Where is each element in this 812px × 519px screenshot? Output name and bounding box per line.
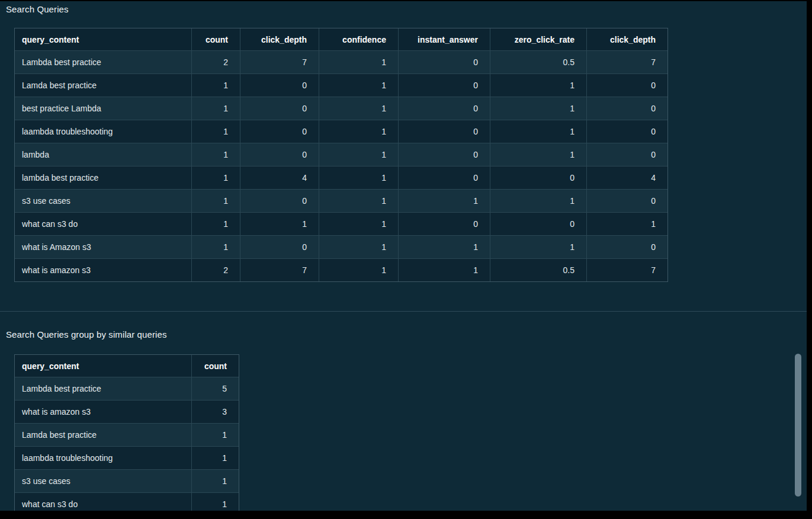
table-cell: 1	[192, 74, 240, 97]
table-cell: laambda troubleshooting	[15, 120, 192, 143]
column-header-click_depth[interactable]: click_depth	[587, 28, 668, 51]
column-header-click_depth[interactable]: click_depth	[240, 28, 319, 51]
table-cell: 1	[240, 213, 319, 236]
table-cell: 1	[192, 424, 239, 447]
table-cell: 1	[192, 120, 240, 143]
table-cell: 0	[240, 120, 319, 143]
table-cell: 1	[587, 213, 668, 236]
table-cell: 0	[399, 213, 490, 236]
table-row: lambda best practice141004	[15, 166, 668, 190]
column-header-zero_click_rate[interactable]: zero_click_rate	[490, 28, 587, 51]
vertical-scrollbar-thumb[interactable]	[795, 354, 801, 496]
table-row: what can s3 do111001	[15, 213, 668, 236]
table-cell: best practice Lambda	[15, 97, 192, 120]
table-cell: 0.5	[490, 51, 587, 74]
table-cell: 7	[587, 259, 668, 282]
table-cell: 0	[587, 120, 668, 143]
table-cell: 1	[399, 236, 490, 259]
table-cell: 0	[587, 143, 668, 166]
table-cell: 4	[240, 166, 319, 190]
table-cell: 3	[192, 401, 239, 424]
table-row: what is amazon s327110.57	[15, 259, 668, 282]
section-title-search-queries: Search Queries	[6, 4, 69, 14]
table-row: Lambda best practice27100.57	[15, 51, 668, 74]
column-header-count[interactable]: count	[192, 28, 240, 51]
section-divider	[0, 311, 812, 312]
table-row: laambda troubleshooting101010	[15, 120, 668, 143]
table-cell: 0	[399, 51, 490, 74]
table-cell: 0	[587, 190, 668, 213]
table-cell: 1	[490, 74, 587, 97]
table-cell: 1	[192, 97, 240, 120]
table-cell: 1	[192, 447, 239, 470]
table-cell: 0	[399, 166, 490, 190]
table-cell: lambda best practice	[15, 166, 192, 190]
table-row: what is amazon s33	[15, 401, 239, 424]
table-cell: 1	[319, 120, 399, 143]
table-cell: 0	[587, 74, 668, 97]
table-cell: 1	[192, 236, 240, 259]
table-cell: what is amazon s3	[15, 401, 192, 424]
search-queries-table: query_contentcountclick_depthconfidencei…	[14, 28, 668, 282]
table-cell: 1	[319, 190, 399, 213]
table-cell: 1	[319, 213, 399, 236]
table-cell: 1	[490, 120, 587, 143]
table-cell: 1	[399, 259, 490, 282]
table-cell: 1	[490, 190, 587, 213]
table-cell: 0	[399, 143, 490, 166]
table-cell: 0	[240, 236, 319, 259]
table-row: best practice Lambda101010	[15, 97, 668, 120]
table-cell: 0	[490, 213, 587, 236]
table-cell: 1	[319, 236, 399, 259]
table-cell: Lamda best practice	[15, 74, 192, 97]
table-cell: 1	[490, 236, 587, 259]
window-frame-right	[807, 0, 812, 519]
table-cell: 1	[192, 166, 240, 190]
table-cell: laambda troubleshooting	[15, 447, 192, 470]
table-cell: 1	[490, 143, 587, 166]
table-body: Lambda best practice27100.57Lamda best p…	[15, 51, 668, 282]
column-header-confidence[interactable]: confidence	[319, 28, 399, 51]
table-cell: 1	[192, 190, 240, 213]
column-header-count[interactable]: count	[192, 355, 239, 377]
table-cell: 1	[319, 51, 399, 74]
table-cell: 0	[399, 97, 490, 120]
table-cell: 0	[587, 97, 668, 120]
table-row: laambda troubleshooting1	[15, 447, 239, 470]
table-cell: 1	[192, 213, 240, 236]
table-cell: s3 use cases	[15, 470, 192, 493]
table-cell: 1	[490, 97, 587, 120]
table-cell: 0	[490, 166, 587, 190]
table-cell: 2	[192, 51, 240, 74]
table-row: s3 use cases101110	[15, 190, 668, 213]
table-cell: lambda	[15, 143, 192, 166]
table-cell: 0	[240, 97, 319, 120]
table-cell: 1	[319, 143, 399, 166]
table-cell: 5	[192, 377, 239, 401]
table-cell: Lambda best practice	[15, 377, 192, 401]
table-cell: 4	[587, 166, 668, 190]
table-cell: 0	[240, 143, 319, 166]
column-header-instant_answer[interactable]: instant_answer	[399, 28, 490, 51]
table-cell: 7	[240, 51, 319, 74]
table-header-row: query_contentcountclick_depthconfidencei…	[15, 28, 668, 51]
table-cell: 1	[319, 259, 399, 282]
window-frame-top	[0, 0, 812, 1]
column-header-query_content[interactable]: query_content	[15, 28, 192, 51]
table-row: Lamda best practice1	[15, 424, 239, 447]
table-row: Lambda best practice5	[15, 377, 239, 401]
table-cell: 0	[587, 236, 668, 259]
table-row: s3 use cases1	[15, 470, 239, 493]
table-cell: 1	[319, 97, 399, 120]
table-cell: 1	[319, 166, 399, 190]
table-cell: 1	[399, 190, 490, 213]
table-row: lambda101010	[15, 143, 668, 166]
table-cell: 1	[192, 143, 240, 166]
table-cell: Lambda best practice	[15, 51, 192, 74]
table-header-row: query_contentcount	[15, 355, 239, 377]
column-header-query_content[interactable]: query_content	[15, 355, 192, 377]
table-cell: 1	[319, 74, 399, 97]
table-row: what is Amazon s3101110	[15, 236, 668, 259]
table-cell: Lamda best practice	[15, 424, 192, 447]
table-cell: 1	[192, 470, 239, 493]
